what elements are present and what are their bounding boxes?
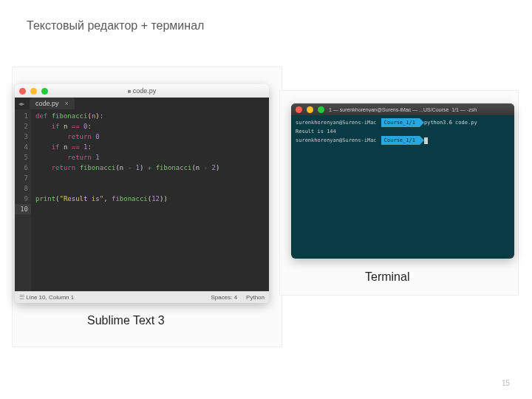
output-line: Result is 144	[296, 127, 510, 136]
editor-area[interactable]: 1 2 3 4 5 6 7 8 9 10 def fibonacci(n): i…	[15, 109, 269, 291]
page-number: 15	[502, 379, 510, 387]
terminal-window: 1 — surenkhorenyan@Surens-iMac — ...US/C…	[291, 103, 514, 259]
path-segment: Course_1/1	[381, 118, 420, 127]
line-gutter: 1 2 3 4 5 6 7 8 9 10	[15, 109, 31, 291]
caption-sublime: Sublime Text 3	[87, 313, 183, 327]
cursor-icon	[424, 137, 428, 144]
sublime-titlebar[interactable]: code.py	[15, 84, 269, 98]
status-left[interactable]: Line 10, Column 1	[19, 294, 74, 301]
caption-terminal: Terminal	[365, 270, 409, 284]
nav-chevrons-icon[interactable]: ◂▸	[15, 98, 28, 109]
terminal-titlebar[interactable]: 1 — surenkhorenyan@Surens-iMac — ...US/C…	[291, 103, 514, 115]
window-title: code.py	[15, 87, 269, 95]
path-segment: Course_1/1	[381, 136, 420, 145]
tab-close-icon[interactable]: ×	[65, 100, 69, 107]
tab-bar: ◂▸ code.py ×	[15, 98, 269, 109]
window-title: 1 — surenkhorenyan@Surens-iMac — ...US/C…	[291, 107, 514, 112]
tab-code-py[interactable]: code.py ×	[30, 98, 75, 109]
terminal-content[interactable]: surenkhorenyan@Surens-iMac Course_1/1pyt…	[291, 115, 514, 148]
code-content[interactable]: def fibonacci(n): if n == 0: return 0 if…	[31, 109, 219, 291]
status-lang[interactable]: Python	[246, 294, 265, 301]
status-spaces[interactable]: Spaces: 4	[211, 294, 238, 301]
tab-label: code.py	[35, 100, 59, 107]
sublime-window: code.py ◂▸ code.py × 1 2 3 4 5 6 7 8 9 1…	[15, 84, 269, 303]
slide-title: Текстовый редактор + терминал	[27, 19, 204, 33]
status-bar: Line 10, Column 1 Spaces: 4 Python	[15, 291, 269, 303]
